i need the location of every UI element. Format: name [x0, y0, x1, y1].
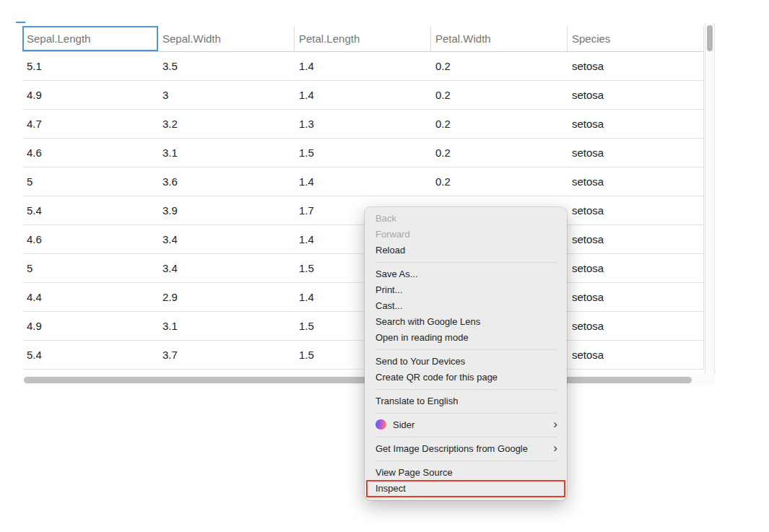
table-row: 5.1 3.5 1.4 0.2 setosa [22, 52, 703, 81]
menu-item-inspect[interactable]: Inspect [365, 481, 567, 497]
menu-item-view-page-source[interactable]: View Page Source [365, 465, 567, 481]
menu-separator [375, 389, 557, 390]
cell-petal-width[interactable]: 0.2 [431, 81, 568, 109]
cell-species[interactable]: setosa [568, 341, 704, 369]
vertical-scrollbar[interactable] [705, 23, 715, 385]
page: Sepal.Length Sepal.Width Petal.Length Pe… [0, 0, 769, 532]
cell-petal-width[interactable]: 0.2 [431, 139, 568, 167]
cell-petal-length[interactable]: 1.5 [295, 139, 431, 167]
column-header-sepal-width[interactable]: Sepal.Width [158, 26, 295, 51]
cell-sepal-width[interactable]: 3.9 [158, 196, 295, 224]
menu-item-cast[interactable]: Cast... [365, 298, 567, 314]
cell-species[interactable]: setosa [568, 196, 704, 224]
table-row: 5.4 3.7 1.5 setosa [22, 341, 703, 370]
chevron-right-icon: › [553, 441, 557, 457]
table-row: 4.9 3 1.4 0.2 setosa [22, 81, 703, 110]
cell-sepal-length[interactable]: 5.4 [22, 341, 158, 369]
menu-separator [375, 413, 557, 414]
menu-item-create-qr-code[interactable]: Create QR code for this page [365, 370, 567, 385]
menu-item-sider[interactable]: Sider › [365, 417, 567, 433]
cell-petal-width[interactable]: 0.2 [431, 52, 568, 80]
cell-sepal-width[interactable]: 3.1 [158, 312, 295, 340]
table-row: 4.6 3.1 1.5 0.2 setosa [22, 139, 703, 167]
menu-item-search-google-lens[interactable]: Search with Google Lens [365, 314, 567, 330]
table-body: 5.1 3.5 1.4 0.2 setosa 4.9 3 1.4 0.2 set… [22, 52, 703, 370]
menu-separator [375, 262, 557, 263]
menu-separator [375, 437, 557, 437]
table-row: 4.9 3.1 1.5 setosa [22, 312, 703, 341]
table-header-row: Sepal.Length Sepal.Width Petal.Length Pe… [22, 26, 703, 52]
cell-species[interactable]: setosa [568, 312, 704, 340]
stray-focus-mark [16, 22, 25, 23]
menu-item-save-as[interactable]: Save As... [365, 266, 567, 282]
menu-item-translate[interactable]: Translate to English [365, 393, 567, 409]
table-row: 5 3.6 1.4 0.2 setosa [22, 167, 703, 196]
table-row: 4.6 3.4 1.4 setosa [22, 225, 703, 254]
chevron-right-icon: › [553, 417, 557, 433]
column-header-petal-width[interactable]: Petal.Width [431, 26, 568, 51]
menu-separator [375, 349, 557, 350]
cell-sepal-length[interactable]: 5.4 [22, 196, 158, 224]
cell-petal-length[interactable]: 1.4 [295, 81, 431, 109]
cell-sepal-length[interactable]: 4.9 [22, 81, 158, 109]
menu-item-label: Inspect [375, 483, 406, 494]
cell-species[interactable]: setosa [568, 81, 704, 109]
cell-sepal-length[interactable]: 5 [22, 167, 158, 196]
cell-sepal-width[interactable]: 3.4 [158, 225, 295, 253]
cell-petal-length[interactable]: 1.3 [295, 110, 431, 138]
cell-species[interactable]: setosa [568, 254, 704, 282]
cell-sepal-width[interactable]: 3.6 [158, 167, 295, 196]
cell-species[interactable]: setosa [568, 110, 704, 138]
menu-item-label: Sider [393, 419, 414, 430]
cell-petal-length[interactable]: 1.4 [295, 167, 431, 196]
column-header-species[interactable]: Species [568, 26, 704, 51]
column-header-petal-length[interactable]: Petal.Length [295, 26, 431, 51]
cell-sepal-length[interactable]: 4.4 [22, 283, 158, 311]
menu-item-get-image-descriptions[interactable]: Get Image Descriptions from Google › [365, 441, 567, 457]
cell-petal-width[interactable]: 0.2 [431, 110, 568, 138]
horizontal-scrollbar-thumb[interactable] [24, 377, 692, 383]
menu-item-back: Back [365, 211, 567, 227]
cell-species[interactable]: setosa [568, 283, 704, 311]
cell-sepal-width[interactable]: 3.2 [158, 110, 295, 138]
cell-sepal-length[interactable]: 5 [22, 254, 158, 282]
cell-species[interactable]: setosa [568, 167, 704, 196]
column-header-sepal-length[interactable]: Sepal.Length [22, 26, 158, 51]
table-row: 4.4 2.9 1.4 setosa [22, 283, 703, 312]
cell-petal-width[interactable]: 0.2 [431, 167, 568, 196]
cell-sepal-length[interactable]: 5.1 [22, 52, 158, 80]
cell-species[interactable]: setosa [568, 225, 704, 253]
menu-item-print[interactable]: Print... [365, 282, 567, 298]
menu-item-reload[interactable]: Reload [365, 243, 567, 258]
menu-separator [375, 461, 557, 461]
table-row: 5.4 3.9 1.7 setosa [22, 196, 703, 225]
cell-sepal-width[interactable]: 2.9 [158, 283, 295, 311]
cell-sepal-length[interactable]: 4.6 [22, 225, 158, 253]
cell-sepal-width[interactable]: 3.5 [158, 52, 295, 80]
menu-item-label: Get Image Descriptions from Google [375, 443, 528, 454]
cell-sepal-width[interactable]: 3.7 [158, 341, 295, 369]
cell-sepal-length[interactable]: 4.7 [22, 110, 158, 138]
cell-species[interactable]: setosa [568, 139, 704, 167]
cell-petal-length[interactable]: 1.4 [295, 52, 431, 80]
sider-brain-icon [375, 419, 386, 429]
vertical-scrollbar-thumb[interactable] [707, 25, 713, 51]
cell-sepal-length[interactable]: 4.9 [22, 312, 158, 340]
menu-item-send-to-devices[interactable]: Send to Your Devices [365, 354, 567, 370]
data-table: Sepal.Length Sepal.Width Petal.Length Pe… [22, 26, 704, 370]
cell-sepal-width[interactable]: 3 [158, 81, 295, 109]
context-menu: Back Forward Reload Save As... Print... … [365, 207, 567, 500]
table-row: 5 3.4 1.5 setosa [22, 254, 703, 283]
cell-species[interactable]: setosa [568, 52, 704, 80]
menu-item-forward: Forward [365, 227, 567, 243]
cell-sepal-width[interactable]: 3.1 [158, 139, 295, 167]
cell-sepal-length[interactable]: 4.6 [22, 139, 158, 167]
table-row: 4.7 3.2 1.3 0.2 setosa [22, 110, 703, 139]
menu-item-open-reading-mode[interactable]: Open in reading mode [365, 330, 567, 346]
cell-sepal-width[interactable]: 3.4 [158, 254, 295, 282]
